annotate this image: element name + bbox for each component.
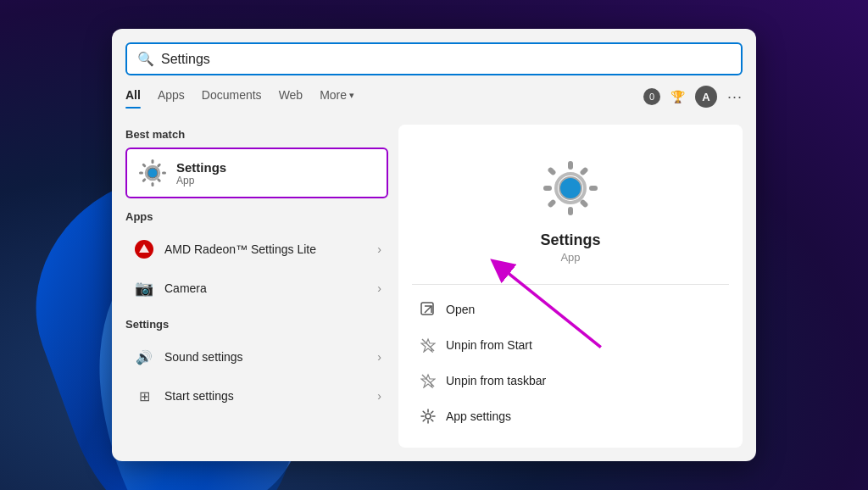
menu-unpin-taskbar[interactable]: Unpin from taskbar [412,363,729,398]
main-content: Best match [125,125,743,448]
search-input[interactable] [161,52,731,67]
search-panel: 🔍 All Apps Documents Web More ▾ 0 🏆 A ··… [112,29,756,461]
menu-app-settings[interactable]: App settings [412,398,729,434]
svg-marker-10 [139,244,149,253]
svg-rect-5 [142,163,147,168]
menu-open[interactable]: Open [412,292,729,327]
svg-rect-15 [589,186,598,191]
right-settings-icon [541,159,600,221]
start-arrow-icon: › [377,389,381,403]
svg-rect-2 [152,182,154,187]
right-panel-title: Settings [540,231,600,249]
svg-rect-3 [139,172,143,175]
settings-section-label: Settings [125,318,388,331]
list-item-start[interactable]: ⊞ Start settings › [125,376,388,415]
camera-icon: 📷 [132,276,156,300]
amd-label: AMD Radeon™ Settings Lite [164,242,377,256]
more-options-button[interactable]: ··· [727,88,743,106]
filter-tabs: All Apps Documents Web More ▾ 0 🏆 A ··· [125,86,743,111]
svg-point-0 [147,168,158,178]
start-label: Start settings [164,389,377,403]
apps-section-label: Apps [125,210,388,223]
menu-unpin-start[interactable]: Unpin from Start [412,327,729,363]
badge-count: 0 [643,88,660,105]
sound-label: Sound settings [164,350,377,364]
context-menu: Open Unpin from Start [412,284,729,434]
tab-documents[interactable]: Documents [202,88,262,105]
unpin-taskbar-icon [419,371,437,390]
settings-icon [137,158,168,188]
camera-arrow-icon: › [377,281,381,295]
svg-point-11 [559,177,581,199]
svg-rect-19 [547,198,556,208]
svg-rect-13 [568,207,573,215]
svg-rect-12 [568,161,573,170]
left-panel: Best match [125,125,388,448]
tab-more[interactable]: More ▾ [320,88,354,105]
search-icon: 🔍 [137,51,154,67]
open-icon [419,300,437,319]
tab-web[interactable]: Web [279,88,303,105]
unpin-start-icon [419,336,437,354]
best-match-label: Best match [125,128,388,141]
avatar[interactable]: A [695,86,717,108]
best-match-subtitle: App [176,175,226,187]
sound-arrow-icon: › [377,350,381,364]
svg-rect-1 [152,159,154,164]
chevron-down-icon: ▾ [349,90,354,101]
menu-app-settings-label: App settings [446,409,511,423]
tab-right-controls: 0 🏆 A ··· [643,86,743,108]
amd-icon [132,237,156,261]
svg-rect-8 [142,178,147,183]
start-icon: ⊞ [132,384,156,408]
sound-icon: 🔊 [132,345,156,369]
menu-open-label: Open [446,303,475,316]
right-panel-subtitle: App [560,251,580,264]
app-settings-icon [419,407,437,426]
svg-rect-16 [547,166,556,175]
amd-arrow-icon: › [377,242,381,256]
search-bar[interactable]: 🔍 [125,42,743,75]
best-match-title: Settings [176,160,226,175]
menu-unpin-start-label: Unpin from Start [446,338,532,352]
camera-label: Camera [164,281,377,295]
tab-more-label: More [320,88,347,102]
trophy-icon: 🏆 [670,90,685,103]
list-item-amd[interactable]: AMD Radeon™ Settings Lite › [125,230,388,269]
tab-all[interactable]: All [125,88,141,105]
list-item-camera[interactable]: 📷 Camera › [125,269,388,308]
svg-rect-18 [579,166,588,175]
svg-point-24 [426,414,431,419]
best-match-item[interactable]: Settings App [125,148,388,198]
right-panel: Settings App Open [398,125,743,448]
tab-apps[interactable]: Apps [158,88,185,105]
list-item-sound[interactable]: 🔊 Sound settings › [125,337,388,376]
svg-rect-4 [162,172,166,175]
svg-rect-14 [543,186,552,191]
menu-unpin-taskbar-label: Unpin from taskbar [446,374,546,387]
